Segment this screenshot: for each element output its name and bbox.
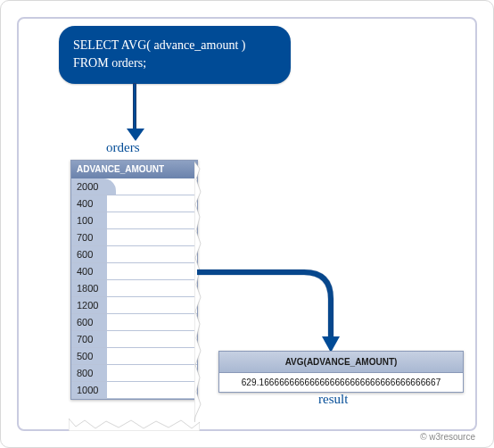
cell-value: 600 [77, 249, 93, 260]
diagram-frame: SELECT AVG( advance_amount ) FROM orders… [17, 17, 477, 431]
table-row: 2000 [71, 178, 197, 195]
torn-edge-bottom [69, 419, 200, 431]
table-row: 1000 [71, 382, 197, 399]
result-table: AVG(ADVANCE_AMOUNT) 629.1666666666666666… [218, 351, 464, 393]
table-row: 1800 [71, 280, 197, 297]
query-line-1: SELECT AVG( advance_amount ) [73, 37, 276, 54]
table-row: 600 [71, 246, 197, 263]
table-row: 800 [71, 365, 197, 382]
query-line-2: FROM orders; [73, 54, 276, 72]
table-row: 400 [71, 263, 197, 280]
table-row: 1200 [71, 297, 197, 314]
result-column-header: AVG(ADVANCE_AMOUNT) [219, 352, 463, 373]
cell-value: 1000 [77, 385, 98, 395]
cell-value: 400 [77, 266, 93, 277]
orders-table-label: orders [106, 140, 140, 155]
orders-column-header: ADVANCE_AMOUNT [71, 161, 197, 178]
table-row: 600 [71, 314, 197, 331]
cell-value: 700 [77, 232, 93, 243]
cell-value: 500 [77, 351, 93, 361]
table-row: 700 [71, 229, 197, 246]
cell-value: 600 [77, 317, 93, 328]
cell-value: 100 [77, 215, 93, 226]
table-row: 500 [71, 348, 197, 365]
cell-value: 1800 [77, 283, 98, 294]
orders-table: ADVANCE_AMOUNT 2000 400 100 700 600 400 … [70, 160, 198, 400]
table-row: 400 [71, 195, 197, 212]
table-row: 100 [71, 212, 197, 229]
arrow-query-to-table [133, 83, 136, 129]
cell-value: 400 [77, 198, 93, 209]
cell-value: 800 [77, 368, 93, 378]
cell-value: 700 [77, 334, 93, 344]
result-table-label: result [318, 392, 348, 407]
result-cell-value: 629.166666666666666666666666666666666667 [219, 373, 463, 392]
cell-value: 2000 [77, 181, 98, 192]
cell-value: 1200 [77, 300, 98, 311]
sql-query-box: SELECT AVG( advance_amount ) FROM orders… [59, 26, 291, 84]
table-row: 700 [71, 331, 197, 348]
copyright-text: © w3resource [420, 432, 475, 442]
